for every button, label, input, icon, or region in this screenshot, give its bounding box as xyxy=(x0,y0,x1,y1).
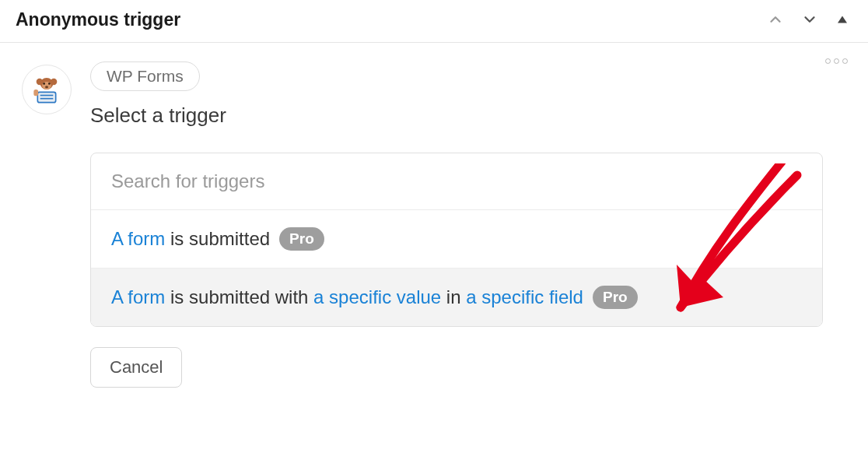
svg-point-5 xyxy=(43,83,45,85)
svg-point-6 xyxy=(48,83,51,85)
more-options-button[interactable] xyxy=(825,58,848,64)
integration-avatar xyxy=(22,65,72,114)
trigger-option[interactable]: A form is submitted with a specific valu… xyxy=(91,268,822,326)
main-content: WP Forms Select a trigger A form is subm… xyxy=(90,61,852,388)
move-down-button[interactable] xyxy=(798,8,821,31)
svg-point-3 xyxy=(51,79,57,85)
panel-body: WP Forms Select a trigger A form is subm… xyxy=(0,43,868,403)
integration-chip[interactable]: WP Forms xyxy=(90,61,200,91)
chevron-up-icon xyxy=(767,11,784,28)
trigger-token-text: is submitted xyxy=(165,228,270,249)
collapse-button[interactable] xyxy=(832,9,852,30)
panel-title: Anonymous trigger xyxy=(16,9,180,30)
search-row xyxy=(91,153,822,209)
panel-header-controls xyxy=(764,8,852,31)
dot-icon xyxy=(825,58,831,64)
trigger-option-text: A form is submitted xyxy=(111,228,270,250)
svg-point-2 xyxy=(37,79,43,85)
trigger-token-text: is submitted with xyxy=(165,286,313,307)
panel-header: Anonymous trigger xyxy=(0,0,868,43)
trigger-token-link: A form xyxy=(111,286,165,307)
trigger-token-link: a specific field xyxy=(466,286,583,307)
section-subtitle: Select a trigger xyxy=(90,104,852,128)
trigger-option[interactable]: A form is submittedPro xyxy=(91,209,822,268)
search-input[interactable] xyxy=(111,170,802,192)
chevron-down-icon xyxy=(801,11,818,28)
triangle-up-icon xyxy=(835,12,849,26)
pro-badge: Pro xyxy=(593,286,638,309)
svg-point-7 xyxy=(45,86,48,88)
trigger-option-text: A form is submitted with a specific valu… xyxy=(111,286,583,308)
pro-badge: Pro xyxy=(279,227,324,251)
trigger-token-text: in xyxy=(441,286,466,307)
trigger-dropdown: A form is submittedProA form is submitte… xyxy=(90,153,823,327)
svg-rect-8 xyxy=(37,92,55,102)
svg-rect-11 xyxy=(33,90,38,96)
dot-icon xyxy=(834,58,839,64)
trigger-token-link: A form xyxy=(111,228,165,249)
trigger-token-link: a specific value xyxy=(313,286,441,307)
svg-marker-0 xyxy=(838,16,847,23)
cancel-button[interactable]: Cancel xyxy=(90,347,182,388)
dot-icon xyxy=(842,58,848,64)
wpforms-icon xyxy=(31,74,62,105)
move-up-button[interactable] xyxy=(764,8,787,31)
